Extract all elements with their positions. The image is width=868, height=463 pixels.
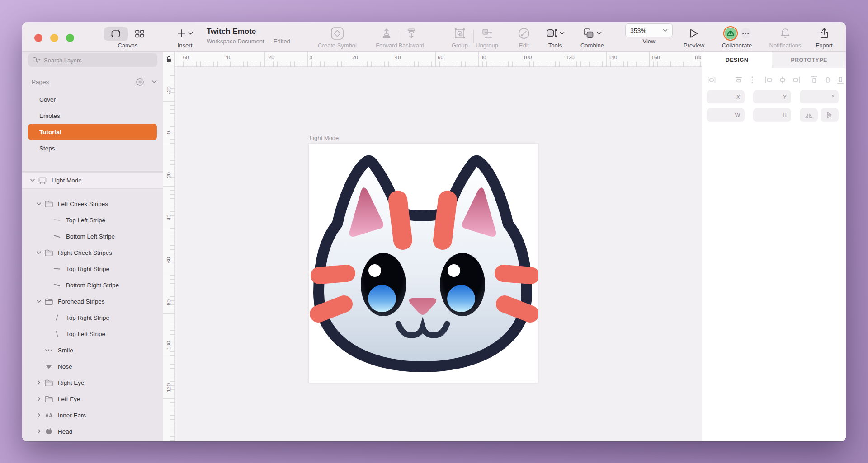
layer-item-forehead-stripes[interactable]: Forehead Stripes: [22, 293, 163, 309]
layer-item-left-cheek-stripes[interactable]: Left Cheek Stripes: [22, 196, 163, 212]
layer-item-top-left-stripe[interactable]: Top Left Stripe: [22, 212, 163, 228]
chevron-down-icon: [188, 32, 193, 35]
chevron-right-icon[interactable]: [34, 397, 43, 401]
layer-item-smile[interactable]: Smile: [22, 342, 163, 358]
tab-prototype[interactable]: PROTOTYPE: [772, 52, 846, 68]
backward-button[interactable]: Backward: [394, 22, 429, 52]
notifications-label: Notifications: [769, 42, 802, 48]
layer-item-right-cheek-stripes[interactable]: Right Cheek Stripes: [22, 244, 163, 261]
layer-item-bottom-left-stripe[interactable]: Bottom Left Stripe: [22, 228, 163, 244]
ruler-major-tick: [163, 101, 175, 102]
cheek-stripe-top-right: [503, 273, 531, 276]
chevron-right-icon[interactable]: [34, 380, 43, 385]
align-center-h-icon[interactable]: [778, 75, 787, 84]
search-layers-input[interactable]: Search Layers: [28, 53, 157, 67]
create-symbol-button[interactable]: Create Symbol: [312, 22, 362, 52]
traffic-lights: [34, 34, 74, 42]
search-placeholder: Search Layers: [44, 57, 82, 64]
minimize-window-button[interactable]: [50, 34, 58, 42]
y-position-field[interactable]: Y: [753, 90, 791, 103]
distribute-horizontal-icon[interactable]: [707, 75, 716, 84]
x-position-field[interactable]: X: [707, 90, 745, 103]
pages-header-label: Pages: [32, 79, 49, 85]
collaborate-button[interactable]: Collaborate: [715, 22, 759, 52]
layer-item-inner-ears[interactable]: Inner Ears: [22, 407, 163, 423]
page-item-steps[interactable]: Steps: [28, 140, 157, 156]
insert-button[interactable]: Insert: [167, 22, 203, 52]
chevron-down-icon[interactable]: [34, 202, 43, 206]
layers-list: Light ModeLeft Cheek StripesTop Left Str…: [22, 172, 163, 440]
align-right-icon[interactable]: [792, 75, 801, 84]
page-item-emotes[interactable]: Emotes: [28, 108, 157, 124]
collapse-pages-icon[interactable]: [151, 80, 157, 84]
chevron-down-icon[interactable]: [34, 300, 43, 303]
ruler-major-tick: [179, 52, 179, 67]
canvas-view-icon[interactable]: [104, 27, 128, 41]
chevron-down-icon[interactable]: [28, 179, 37, 182]
combine-button[interactable]: Combine: [575, 22, 610, 52]
tools-shape-icon: [546, 28, 557, 39]
layer-label: Forehead Stripes: [58, 298, 105, 305]
layer-item-top-left-stripe[interactable]: Top Left Stripe: [22, 326, 163, 342]
more-collaborators-icon[interactable]: [741, 28, 751, 38]
artboard-label[interactable]: Light Mode: [310, 135, 339, 141]
export-button[interactable]: Export: [811, 22, 838, 52]
preview-button[interactable]: Preview: [678, 22, 710, 52]
y-field-label: Y: [783, 94, 787, 100]
chevron-down-icon[interactable]: [34, 251, 43, 254]
rotation-field[interactable]: °: [800, 90, 839, 103]
tools-button[interactable]: Tools: [542, 22, 569, 52]
grid-view-icon[interactable]: [128, 27, 152, 41]
page-item-cover[interactable]: Cover: [28, 91, 157, 108]
backslash-icon: [52, 331, 62, 337]
page-item-tutorial[interactable]: Tutorial: [28, 124, 157, 140]
edit-label: Edit: [519, 42, 529, 48]
left-eye-highlight: [368, 264, 381, 277]
canvas-area[interactable]: Light Mode: [163, 52, 702, 441]
flip-vertical-icon[interactable]: [821, 108, 839, 122]
flip-horizontal-icon[interactable]: [800, 108, 818, 122]
layer-item-right-eye[interactable]: Right Eye: [22, 374, 163, 391]
align-top-icon[interactable]: [810, 75, 819, 84]
zoom-window-button[interactable]: [66, 34, 74, 42]
align-left-icon[interactable]: [764, 75, 774, 84]
notifications-button[interactable]: Notifications: [764, 22, 807, 52]
layer-item-top-right-stripe[interactable]: Top Right Stripe: [22, 309, 163, 326]
inspector-panel: DESIGN PROTOTYPE X Y ° W H: [702, 52, 846, 441]
inner-ears-icon: [43, 412, 54, 418]
window-content: Search Layers Pages CoverEmotesTutorialS…: [22, 52, 846, 441]
close-window-button[interactable]: [34, 34, 42, 42]
align-middle-v-icon[interactable]: [823, 75, 832, 84]
edit-button[interactable]: Edit: [513, 22, 535, 52]
layer-item-top-right-stripe[interactable]: Top Right Stripe: [22, 261, 163, 277]
group-label: Group: [452, 42, 468, 48]
preview-label: Preview: [684, 42, 704, 48]
artboard-light-mode[interactable]: [309, 144, 538, 383]
distribute-vertical-icon[interactable]: [734, 75, 743, 84]
height-field[interactable]: H: [753, 108, 791, 122]
add-page-icon[interactable]: [136, 78, 144, 86]
more-options-icon[interactable]: [751, 75, 754, 84]
ungroup-button[interactable]: Ungroup: [470, 22, 504, 52]
sidebar-divider: [22, 171, 163, 172]
layer-item-left-eye[interactable]: Left Eye: [22, 391, 163, 407]
group-icon: [454, 28, 466, 39]
chevron-right-icon[interactable]: [34, 429, 43, 434]
folder-icon: [43, 249, 54, 256]
layer-item-head[interactable]: Head: [22, 423, 163, 440]
zoom-level-dropdown[interactable]: 353%: [625, 23, 673, 37]
align-bottom-icon[interactable]: [836, 75, 845, 84]
horizontal-ruler[interactable]: -60-40-20020406080100120140160180: [163, 52, 702, 67]
ruler-number: 80: [481, 55, 486, 60]
view-label: View: [643, 38, 656, 44]
ruler-major-tick: [478, 52, 479, 67]
lock-icon[interactable]: [166, 56, 171, 63]
width-field[interactable]: W: [707, 108, 745, 122]
ruler-number: 0: [310, 55, 312, 60]
vertical-ruler[interactable]: -20020406080100120: [163, 67, 175, 441]
tab-design[interactable]: DESIGN: [702, 52, 772, 68]
layer-item-bottom-right-stripe[interactable]: Bottom Right Stripe: [22, 277, 163, 293]
layer-item-light-mode[interactable]: Light Mode: [22, 172, 163, 189]
chevron-right-icon[interactable]: [34, 413, 43, 417]
layer-item-nose[interactable]: Nose: [22, 358, 163, 374]
